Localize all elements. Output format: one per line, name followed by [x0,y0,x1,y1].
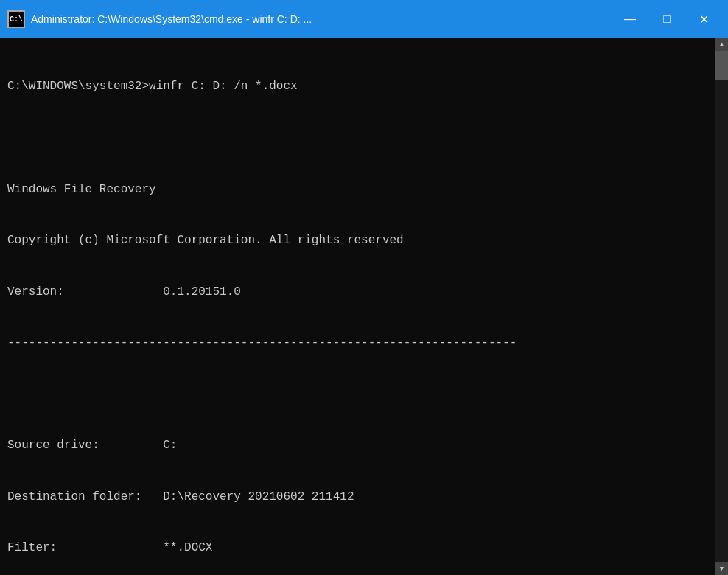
destination-folder: Destination folder: D:\Recovery_20210602… [7,489,708,506]
version-line: Version: 0.1.20151.0 [7,284,708,301]
scrollbar-track[interactable] [715,51,728,562]
scroll-up-arrow[interactable]: ▲ [715,38,728,51]
source-drive: Source drive: C: [7,437,708,454]
title-bar: C:\ Administrator: C:\Windows\System32\c… [0,0,728,38]
maximize-button[interactable]: □ [650,7,684,32]
app-name: Windows File Recovery [7,181,708,198]
title-bar-controls: — □ ✕ [613,7,721,32]
title-bar-left: C:\ Administrator: C:\Windows\System32\c… [7,10,312,28]
scrollbar[interactable]: ▲ ▼ [715,38,728,575]
scroll-down-arrow[interactable]: ▼ [715,562,728,575]
blank1 [7,130,708,147]
close-button[interactable]: ✕ [687,7,721,32]
console-wrapper: C:\WINDOWS\system32>winfr C: D: /n *.doc… [0,38,728,575]
filter-line: Filter: **.DOCX [7,540,708,557]
cmd-icon: C:\ [7,10,25,28]
scrollbar-thumb[interactable] [715,51,728,80]
title-bar-text: Administrator: C:\Windows\System32\cmd.e… [31,13,312,25]
minimize-button[interactable]: — [613,7,647,32]
console-content[interactable]: C:\WINDOWS\system32>winfr C: D: /n *.doc… [0,38,715,575]
blank2 [7,386,708,403]
separator-line: ----------------------------------------… [7,335,708,352]
command-line: C:\WINDOWS\system32>winfr C: D: /n *.doc… [7,78,708,95]
copyright-line: Copyright (c) Microsoft Corporation. All… [7,232,708,249]
